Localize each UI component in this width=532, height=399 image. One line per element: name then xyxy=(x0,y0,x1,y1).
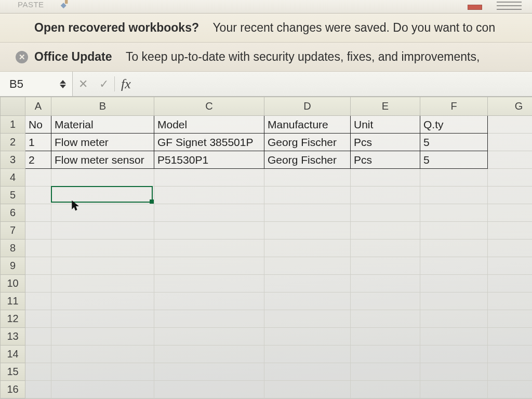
cell-B8[interactable] xyxy=(51,240,154,257)
cell-C5[interactable] xyxy=(154,187,264,204)
col-header-E[interactable]: E xyxy=(351,97,420,116)
cell-B14[interactable] xyxy=(51,345,154,363)
row-header[interactable]: 9 xyxy=(1,257,25,275)
cell-C9[interactable] xyxy=(154,257,264,275)
cell-F15[interactable] xyxy=(420,363,488,381)
cell-F12[interactable] xyxy=(420,310,488,328)
spreadsheet-grid[interactable]: A B C D E F G 1 No Material Model Manufa… xyxy=(0,97,532,398)
row-header[interactable]: 13 xyxy=(1,328,25,345)
cell-C4[interactable] xyxy=(154,169,264,187)
cell-C8[interactable] xyxy=(154,240,264,257)
cell-G16[interactable] xyxy=(488,381,533,398)
cell-F10[interactable] xyxy=(420,275,488,292)
name-box[interactable]: B5 xyxy=(0,72,73,96)
row-header[interactable]: 16 xyxy=(1,381,25,398)
row-header[interactable]: 14 xyxy=(1,345,25,363)
cell-D16[interactable] xyxy=(264,381,351,398)
cell-E3[interactable]: Pcs xyxy=(351,151,420,169)
cell-G15[interactable] xyxy=(488,363,533,381)
cell-F2[interactable]: 5 xyxy=(420,134,488,151)
cell-D10[interactable] xyxy=(264,275,351,292)
cell-B7[interactable] xyxy=(51,222,154,240)
cell-A11[interactable] xyxy=(25,292,51,310)
align-icon[interactable] xyxy=(497,2,522,10)
cell-G10[interactable] xyxy=(488,275,533,292)
cell-F14[interactable] xyxy=(420,345,488,363)
cell-G1[interactable] xyxy=(488,116,533,134)
cell-F4[interactable] xyxy=(420,169,488,187)
cell-B5[interactable] xyxy=(51,187,154,204)
cell-A2[interactable]: 1 xyxy=(25,134,51,151)
cell-A16[interactable] xyxy=(25,381,51,398)
cell-E5[interactable] xyxy=(351,187,420,204)
cell-D12[interactable] xyxy=(264,310,351,328)
cell-A14[interactable] xyxy=(25,345,51,363)
cell-D2[interactable]: Georg Fischer xyxy=(264,134,351,151)
cell-B15[interactable] xyxy=(51,363,154,381)
cell-E2[interactable]: Pcs xyxy=(351,134,420,151)
row-header[interactable]: 4 xyxy=(1,169,25,187)
select-all-corner[interactable] xyxy=(1,97,25,116)
cell-F6[interactable] xyxy=(420,204,488,222)
cell-G7[interactable] xyxy=(488,222,533,240)
cell-C16[interactable] xyxy=(154,381,264,398)
cell-A3[interactable]: 2 xyxy=(25,151,51,169)
row-header[interactable]: 8 xyxy=(1,240,25,257)
row-header[interactable]: 12 xyxy=(1,310,25,328)
formula-input[interactable] xyxy=(131,72,532,96)
cell-F16[interactable] xyxy=(420,381,488,398)
cell-A5[interactable] xyxy=(25,187,51,204)
cell-B11[interactable] xyxy=(51,292,154,310)
cell-D1[interactable]: Manufacture xyxy=(264,116,351,134)
cell-F9[interactable] xyxy=(420,257,488,275)
cell-G11[interactable] xyxy=(488,292,533,310)
chevron-down-icon[interactable] xyxy=(60,85,66,88)
cell-G12[interactable] xyxy=(488,310,533,328)
cell-A8[interactable] xyxy=(25,240,51,257)
cell-B12[interactable] xyxy=(51,310,154,328)
cell-G5[interactable] xyxy=(488,187,533,204)
cell-F1[interactable]: Q.ty xyxy=(420,116,488,134)
cell-G14[interactable] xyxy=(488,345,533,363)
cell-D14[interactable] xyxy=(264,345,351,363)
col-header-G[interactable]: G xyxy=(488,97,533,116)
col-header-C[interactable]: C xyxy=(154,97,264,116)
cell-A6[interactable] xyxy=(25,204,51,222)
cell-E9[interactable] xyxy=(351,257,420,275)
cell-B4[interactable] xyxy=(51,169,154,187)
cell-E10[interactable] xyxy=(351,275,420,292)
cell-G4[interactable] xyxy=(488,169,533,187)
cell-B1[interactable]: Material xyxy=(51,116,154,134)
cell-G13[interactable] xyxy=(488,328,533,345)
cell-C15[interactable] xyxy=(154,363,264,381)
cell-D6[interactable] xyxy=(264,204,351,222)
cell-G9[interactable] xyxy=(488,257,533,275)
cell-A12[interactable] xyxy=(25,310,51,328)
col-header-B[interactable]: B xyxy=(51,97,154,116)
cell-B10[interactable] xyxy=(51,275,154,292)
cell-E14[interactable] xyxy=(351,345,420,363)
cell-D8[interactable] xyxy=(264,240,351,257)
row-header[interactable]: 7 xyxy=(1,222,25,240)
cell-E13[interactable] xyxy=(351,328,420,345)
cell-C6[interactable] xyxy=(154,204,264,222)
cell-E1[interactable]: Unit xyxy=(351,116,420,134)
row-header[interactable]: 3 xyxy=(1,151,25,169)
cell-C14[interactable] xyxy=(154,345,264,363)
font-color-swatch[interactable] xyxy=(468,5,482,10)
cell-C1[interactable]: Model xyxy=(154,116,264,134)
cell-E4[interactable] xyxy=(351,169,420,187)
accept-formula-button[interactable]: ✓ xyxy=(94,72,114,96)
cell-F11[interactable] xyxy=(420,292,488,310)
cell-F13[interactable] xyxy=(420,328,488,345)
cell-C13[interactable] xyxy=(154,328,264,345)
cell-A15[interactable] xyxy=(25,363,51,381)
cell-A13[interactable] xyxy=(25,328,51,345)
cell-C10[interactable] xyxy=(154,275,264,292)
cell-D5[interactable] xyxy=(264,187,351,204)
cell-A1[interactable]: No xyxy=(25,116,51,134)
cancel-formula-button[interactable]: ✕ xyxy=(73,72,94,96)
format-painter-icon[interactable] xyxy=(59,0,70,10)
col-header-F[interactable]: F xyxy=(420,97,488,116)
cell-D4[interactable] xyxy=(264,169,351,187)
